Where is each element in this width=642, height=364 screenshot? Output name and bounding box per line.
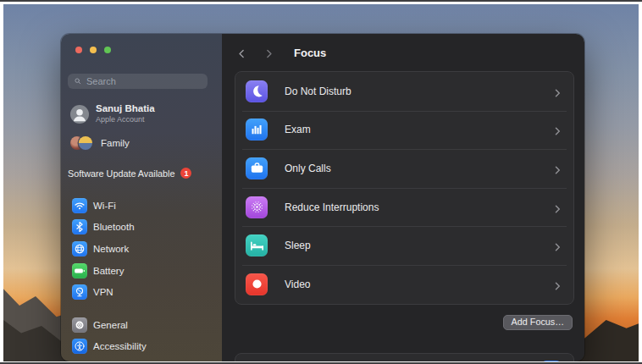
sidebar-item-accessibility[interactable]: Accessibility (61, 336, 222, 358)
sidebar-item-label: General (93, 320, 128, 330)
focus-row-only-calls[interactable]: Only Calls (235, 149, 573, 188)
sidebar-item-apple-account[interactable]: Sanuj Bhatia Apple Account (70, 103, 213, 124)
sidebar-item-label: Accessibility (93, 341, 147, 351)
sidebar-item-label: Network (93, 244, 129, 254)
focus-row-exam[interactable]: Exam (235, 111, 573, 150)
page-title: Focus (294, 47, 326, 59)
focus-row-label: Reduce Interruptions (285, 201, 535, 213)
briefcase-icon (246, 157, 268, 179)
focus-row-sleep[interactable]: Sleep (235, 226, 573, 265)
desktop-wallpaper: Search Sanuj Bhatia Apple Account Family… (3, 4, 639, 361)
sidebar-item-battery[interactable]: Battery (61, 260, 222, 282)
focus-modes-list: Do Not DisturbExamOnly CallsReduce Inter… (235, 71, 574, 305)
chevron-right-icon (552, 279, 562, 290)
focus-row-label: Sleep (285, 240, 535, 251)
focus-row-reduce-interruptions[interactable]: Reduce Interruptions (235, 188, 573, 227)
frame-edge-top (0, 0, 642, 2)
avatar (70, 105, 89, 124)
search-placeholder: Search (86, 76, 116, 86)
window-controls (61, 34, 222, 53)
sidebar-item-general[interactable]: General (61, 314, 222, 336)
share-across-devices-row: Share across devices (235, 353, 574, 361)
focus-row-label: Exam (285, 124, 535, 135)
accessibility-icon (72, 339, 87, 354)
minimize-button[interactable] (90, 47, 97, 53)
moon-icon (246, 80, 268, 102)
close-button[interactable] (75, 47, 82, 53)
sidebar-item-label: Battery (93, 266, 124, 276)
vpn-globe-icon (72, 284, 87, 300)
add-focus-row: Add Focus… (222, 315, 573, 330)
bluetooth-icon (72, 219, 87, 234)
globe-icon (72, 241, 87, 256)
sidebar-item-family[interactable]: Family (70, 135, 213, 150)
sidebar-item-wi-fi[interactable]: Wi-Fi (61, 195, 222, 217)
sidebar-item-label: Bluetooth (93, 222, 135, 232)
search-icon (74, 74, 82, 89)
chart-bars-icon (246, 119, 268, 141)
zoom-button[interactable] (104, 47, 111, 53)
profile-subtitle: Apple Account (96, 115, 155, 124)
sidebar-nav: Wi-FiBluetoothNetworkBatteryVPNGeneralAc… (61, 195, 222, 357)
chevron-right-icon (552, 163, 562, 174)
focus-row-label: Do Not Disturb (285, 85, 535, 97)
sidebar-item-network[interactable]: Network (61, 238, 222, 260)
sidebar: Search Sanuj Bhatia Apple Account Family… (61, 34, 222, 361)
focus-row-label: Only Calls (285, 163, 535, 174)
nav-group-gap (61, 303, 222, 314)
software-update-label: Software Update Available (68, 168, 174, 179)
content-pane: Focus Do Not DisturbExamOnly CallsReduce… (222, 34, 584, 361)
sidebar-item-label: Wi-Fi (93, 201, 116, 211)
chevron-right-icon (552, 124, 562, 135)
share-toggle[interactable] (540, 361, 562, 361)
family-avatar-2 (79, 136, 92, 150)
battery-icon (72, 263, 87, 279)
share-across-devices-label: Share across devices (249, 361, 540, 361)
chevron-right-icon (552, 86, 562, 97)
profile-name: Sanuj Bhatia (96, 103, 155, 115)
wifi-icon (72, 198, 87, 213)
family-avatars (70, 135, 93, 150)
focus-row-do-not-disturb[interactable]: Do Not Disturb (235, 72, 573, 111)
chevron-right-icon (552, 240, 562, 251)
dots-ring-icon (246, 196, 268, 218)
sidebar-item-bluetooth[interactable]: Bluetooth (61, 217, 222, 239)
bed-icon (246, 234, 268, 256)
forward-button[interactable] (263, 47, 274, 58)
family-label: Family (101, 138, 130, 148)
chevron-right-icon (552, 202, 562, 212)
system-settings-window: Search Sanuj Bhatia Apple Account Family… (61, 34, 584, 361)
focus-row-video[interactable]: Video (235, 265, 573, 304)
sidebar-item-vpn[interactable]: VPN (61, 281, 222, 303)
add-focus-button[interactable]: Add Focus… (503, 315, 573, 330)
sidebar-item-label: VPN (93, 287, 113, 297)
back-button[interactable] (236, 47, 247, 58)
sidebar-item-software-update[interactable]: Software Update Available 1 (68, 168, 213, 179)
record-circle-icon (246, 273, 268, 295)
content-header: Focus (222, 34, 584, 71)
gear-icon (72, 317, 87, 333)
search-input[interactable]: Search (68, 74, 208, 89)
notification-badge: 1 (180, 168, 191, 179)
focus-row-label: Video (285, 279, 535, 290)
